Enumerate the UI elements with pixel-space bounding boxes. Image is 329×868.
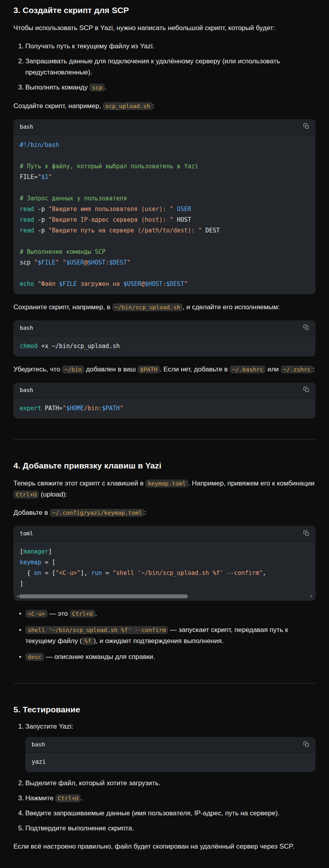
list-item: Введите запрашиваемые данные (имя пользо… — [25, 808, 316, 819]
code-block-header: bash — [25, 737, 316, 753]
inline-code: ~/.config/yazi/keymap.toml — [50, 509, 144, 517]
intro-paragraph: Чтобы использовать SCP в Yazi, нужно нап… — [13, 23, 316, 34]
code-line: keymap = [ — [20, 557, 309, 568]
inline-code: $PATH — [138, 365, 160, 373]
testing-steps-list: Запустите Yazi: bash yazi Выделите файл,… — [13, 721, 316, 834]
list-item: Запустите Yazi: bash yazi — [25, 721, 316, 772]
create-script-paragraph: Создайте скрипт, например, scp_upload.sh… — [13, 101, 316, 112]
inline-code: %f — [82, 637, 93, 645]
code-line: read -p "Введите имя пользователя (user)… — [20, 204, 309, 215]
code-line: read -p "Введите путь на сервере (/path/… — [20, 225, 309, 236]
list-item: Получать путь к текущему файлу из Yazi. — [25, 41, 316, 52]
code-line: FILE="$1" — [20, 172, 309, 183]
inline-code: desc — [25, 653, 44, 661]
inline-code: ~/bin/scp_upload.sh — [112, 303, 183, 311]
code-block-chmod: bash chmod +x ~/bin/scp_upload.sh — [13, 320, 316, 356]
code-content: [manager]keymap = [ { on = ["<C-u>"], ru… — [13, 542, 316, 594]
code-block-export-path: bash export PATH="$HOME/bin:$PATH" — [13, 383, 316, 419]
inline-code: scp_upload.sh — [103, 102, 153, 110]
code-line — [20, 150, 309, 161]
code-line — [20, 268, 309, 279]
section-5-heading: 5. Тестирование — [13, 704, 316, 715]
code-language-label: bash — [20, 324, 33, 333]
code-line — [20, 183, 309, 193]
verify-path-paragraph: Убедитесь, что ~/bin добавлен в ваш $PAT… — [13, 364, 316, 375]
inline-code: scp — [89, 84, 104, 91]
assistant-message: 3. Создайте скрипт для SCP Чтобы использ… — [0, 0, 329, 852]
inline-code: Ctrl+U — [70, 610, 95, 618]
section-4-heading: 4. Добавьте привязку клавиш в Yazi — [13, 460, 316, 471]
scrollbar-track[interactable] — [19, 594, 310, 598]
code-block-scp-script: bash #!/bin/bash # Путь к файлу, который… — [13, 119, 316, 294]
copy-code-button[interactable] — [303, 324, 309, 331]
code-content: chmod +x ~/bin/scp_upload.sh — [13, 336, 316, 356]
list-item: <C-u> — это Ctrl+U. — [25, 608, 316, 619]
copy-icon — [303, 386, 309, 394]
inline-code: ~/.bashrc — [230, 365, 266, 373]
code-language-label: bash — [32, 740, 45, 749]
code-language-label: bash — [20, 122, 33, 131]
code-line: export PATH="$HOME/bin:$PATH" — [20, 403, 309, 414]
code-line: echo "Файл $FILE загружен на $USER@$HOST… — [20, 279, 309, 289]
scroll-left-arrow[interactable] — [15, 595, 18, 598]
code-content: yazi — [25, 753, 316, 772]
code-line: [manager] — [20, 546, 309, 557]
scp-script-steps-list: Получать путь к текущему файлу из Yazi. … — [13, 41, 316, 93]
code-line: # Путь к файлу, который выбрал пользоват… — [20, 161, 309, 172]
list-item: Нажмите Ctrl+U. — [25, 793, 316, 804]
list-item: Подтвердите выполнение скрипта. — [25, 823, 316, 834]
copy-icon — [303, 530, 309, 537]
code-line: { on = ["<C-u>"], run = "shell '~/bin/sc… — [20, 568, 309, 579]
code-content: #!/bin/bash # Путь к файлу, который выбр… — [13, 135, 316, 294]
code-block-header: bash — [13, 320, 316, 336]
list-item-text: Запустите Yazi: — [25, 723, 73, 730]
copy-icon — [303, 741, 309, 748]
outro-paragraph: Если всё настроено правильно, файл будет… — [13, 841, 316, 852]
list-item: Запрашивать данные для подключения к уда… — [25, 56, 316, 78]
horizontal-scrollbar[interactable] — [13, 594, 316, 601]
list-item: desc — описание команды для справки. — [25, 651, 316, 662]
code-language-label: bash — [20, 386, 33, 395]
code-block-header: bash — [13, 383, 316, 398]
add-to-paragraph: Добавьте в ~/.config/yazi/keymap.toml: — [13, 507, 316, 518]
code-block-header: bash — [13, 119, 316, 135]
scrollbar-thumb[interactable] — [19, 594, 188, 598]
section-3-heading: 3. Создайте скрипт для SCP — [13, 5, 316, 15]
code-line: #!/bin/bash — [20, 140, 309, 150]
code-line: yazi — [32, 757, 309, 767]
copy-code-button[interactable] — [303, 530, 309, 537]
code-line: scp "$FILE" "$USER@$HOST:$DEST" — [20, 257, 309, 268]
code-line: # Выполнение команды SCP — [20, 247, 309, 257]
copy-icon — [303, 324, 309, 331]
copy-code-button[interactable] — [303, 386, 309, 394]
code-language-label: toml — [20, 529, 33, 538]
inline-code: Ctrl+U — [55, 794, 81, 802]
list-item: Выделите файл, который хотите загрузить. — [25, 778, 316, 789]
code-block-header: toml — [13, 526, 316, 542]
code-content: export PATH="$HOME/bin:$PATH" — [13, 398, 316, 419]
code-line: # Запрос данных у пользователя — [20, 193, 309, 204]
section-testing: 5. Тестирование Запустите Yazi: bash yaz… — [13, 704, 316, 853]
inline-code: ~/bin — [62, 365, 84, 373]
inline-code: Ctrl+U — [13, 491, 39, 499]
list-item: Выполнять команду scp. — [25, 82, 316, 93]
section-divider — [13, 683, 316, 683]
list-item: shell '~/bin/scp_upload.sh %f' --confirm… — [25, 624, 316, 647]
keymap-notes-list: <C-u> — это Ctrl+U. shell '~/bin/scp_upl… — [13, 608, 316, 662]
copy-icon — [303, 123, 309, 130]
scroll-right-arrow[interactable] — [311, 595, 314, 598]
code-block-yazi: bash yazi — [25, 737, 316, 772]
inline-code: ~/.zshrc — [281, 365, 313, 373]
save-script-paragraph: Сохраните скрипт, например, в ~/bin/scp_… — [13, 302, 316, 313]
code-line: chmod +x ~/bin/scp_upload.sh — [20, 341, 309, 352]
code-line: read -p "Введите IP-адрес сервера (host)… — [20, 215, 309, 225]
code-line: ] — [20, 579, 309, 589]
code-line — [20, 236, 309, 247]
copy-code-button[interactable] — [303, 123, 309, 130]
copy-code-button[interactable] — [303, 741, 309, 748]
keymap-intro-paragraph: Теперь свяжите этот скрипт с клавишей в … — [13, 478, 316, 500]
inline-code: shell '~/bin/scp_upload.sh %f' --confirm — [25, 626, 168, 634]
section-divider — [13, 439, 316, 440]
code-block-keymap-toml: toml [manager]keymap = [ { on = ["<C-u>"… — [13, 526, 316, 601]
section-create-scp-script: 3. Создайте скрипт для SCP Чтобы использ… — [13, 5, 316, 419]
